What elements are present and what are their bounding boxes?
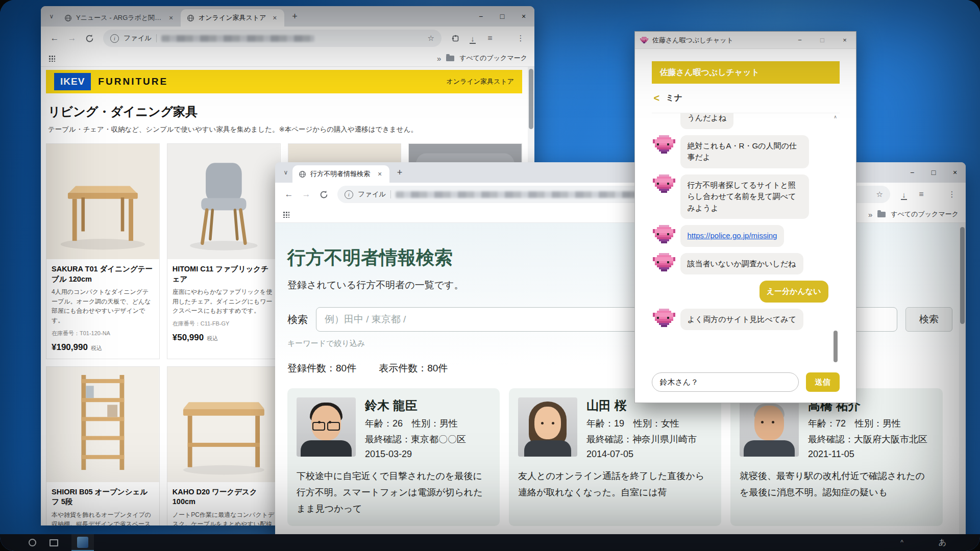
window-controls: − □ × — [789, 32, 856, 48]
back-button[interactable]: ← — [281, 187, 297, 202]
maximize-button[interactable]: □ — [811, 32, 834, 48]
product-image-shelf — [46, 367, 159, 482]
person-photo — [740, 397, 799, 457]
back-button[interactable]: ← — [47, 31, 62, 46]
downloads-icon[interactable]: ↓ — [465, 34, 480, 43]
search-button[interactable]: 検索 — [905, 307, 952, 332]
missing-persons-browser-window: ∨ 行方不明者情報検索 × + − □ × ← → i フ — [275, 162, 966, 551]
all-bookmarks-label[interactable]: すべてのブックマーク — [459, 54, 527, 63]
new-tab-button[interactable]: + — [287, 11, 302, 22]
product-description: 本や雑貨を飾れるオープンタイプの収納棚。縦長デザインで省スペース — [52, 510, 154, 525]
missing-persons-page: 行方不明者情報検索 登録されている行方不明者の一覧です。 検索 例）田中 / 東… — [275, 223, 966, 551]
product-card[interactable]: KAHO D20 ワークデスク 100cm ノートPC作業に最適なコンパクトデス… — [167, 366, 281, 526]
window-controls: − □ × — [901, 162, 966, 183]
minimize-button[interactable]: − — [470, 6, 492, 27]
menu-kebab-icon[interactable]: ⋮ — [944, 190, 960, 199]
chat-input-row: 鈴木さん？ 送信 — [652, 367, 840, 392]
tab-title: Yニュース - ARGラボと関連ニュース — [76, 13, 162, 22]
desktop: ∨ Yニュース - ARGラボと関連ニュース × オンライン家具ストア × + … — [0, 0, 980, 551]
apps-grid-icon[interactable] — [282, 211, 289, 218]
extensions-icon[interactable] — [448, 34, 463, 42]
tab-missing-persons[interactable]: 行方不明者情報検索 × — [292, 165, 389, 183]
conversation-header: < ミナ — [652, 84, 840, 113]
menu-kebab-icon[interactable]: ⋮ — [513, 34, 528, 43]
chat-scrollbar[interactable]: ∧ — [832, 114, 839, 366]
browser-toolbar: ← → i ファイル ☆ ↓ ≡ ⋮ — [275, 183, 966, 206]
person-card[interactable]: 鈴木 龍臣 年齢：26 性別：男性 最終確認：東京都〇〇区 2015-03-29… — [287, 388, 500, 526]
store-logo: IKEV — [54, 73, 91, 90]
redacted-url — [396, 191, 671, 198]
active-app-icon[interactable] — [71, 534, 94, 551]
forward-button[interactable]: → — [299, 187, 314, 202]
tab-furniture-store[interactable]: オンライン家具ストア × — [181, 9, 284, 27]
chat-app-icon — [640, 36, 648, 44]
message-input[interactable]: 鈴木さん？ — [652, 372, 799, 392]
product-tax-label: 税込 — [207, 335, 218, 342]
apps-grid-icon[interactable] — [48, 55, 55, 62]
back-button[interactable]: < — [652, 92, 660, 104]
message-bubble: うんだよね — [680, 113, 734, 129]
tray-expand-icon[interactable]: ^ — [900, 539, 903, 546]
reading-list-icon[interactable]: ≡ — [914, 190, 929, 199]
ime-indicator[interactable]: あ — [939, 538, 946, 547]
page-scrollbar[interactable] — [959, 223, 966, 551]
chat-app-header: 佐藤さん暇つぶしチャット — [652, 61, 840, 84]
minimize-button[interactable]: − — [789, 32, 811, 48]
product-card[interactable]: SAKURA T01 ダイニングテーブル 120cm 4人用のコンパクトなダイニ… — [46, 143, 160, 359]
tab-close-icon[interactable]: × — [166, 14, 176, 22]
tab-search-chevron-icon[interactable]: ∨ — [46, 13, 57, 20]
chat-link[interactable]: https://police.go.jp/missing — [688, 231, 777, 240]
product-card[interactable]: SHIORI B05 オープンシェルフ 5段 本や雑貨を飾れるオープンタイプの収… — [46, 366, 160, 526]
scrollbar-thumb[interactable] — [529, 69, 533, 129]
person-date: 2021-11-05 — [808, 449, 927, 460]
person-last-seen: 最終確認：神奈川県川崎市 — [586, 433, 697, 445]
task-view-icon[interactable] — [50, 539, 58, 546]
new-tab-button[interactable]: + — [393, 167, 407, 178]
browser-toolbar: ← → i ファイル ☆ ↓ ≡ ⋮ — [41, 27, 534, 50]
bookmark-star-icon[interactable]: ☆ — [428, 34, 434, 43]
downloads-icon[interactable]: ↓ — [896, 190, 912, 199]
tab-search-chevron-icon[interactable]: ∨ — [280, 169, 291, 176]
tab-close-icon[interactable]: × — [270, 14, 279, 22]
product-card[interactable]: HITOMI C11 ファブリックチェア 座面にやわらかなファブリックを使用した… — [167, 143, 281, 359]
scroll-up-icon[interactable]: ∧ — [832, 114, 839, 119]
maximize-button[interactable]: □ — [492, 6, 513, 27]
minimize-button[interactable]: − — [901, 162, 923, 183]
person-card[interactable]: 山田 桜 年齢：19 性別：女性 最終確認：神奈川県川崎市 2014-07-05… — [509, 388, 721, 526]
bookmarks-overflow-icon[interactable]: » — [868, 210, 872, 219]
close-button[interactable]: × — [513, 6, 534, 27]
scrollbar-thumb[interactable] — [834, 331, 838, 362]
close-button[interactable]: × — [834, 32, 856, 48]
scrollbar-thumb[interactable] — [960, 227, 965, 324]
cortana-search-icon[interactable] — [29, 539, 36, 546]
product-price: ¥190,990 — [52, 342, 88, 353]
bookmarks-overflow-icon[interactable]: » — [437, 54, 441, 63]
tab-news[interactable]: Yニュース - ARGラボと関連ニュース × — [58, 9, 181, 27]
info-icon[interactable]: i — [110, 34, 119, 43]
forward-button[interactable]: → — [64, 31, 80, 46]
reading-list-icon[interactable]: ≡ — [482, 34, 498, 43]
product-name: HITOMI C11 ファブリックチェア — [173, 264, 275, 284]
all-bookmarks-label[interactable]: すべてのブックマーク — [891, 210, 959, 219]
chat-message: 絶対これもA・R・Gの人間の仕事だよ — [653, 135, 828, 168]
contact-avatar-icon — [653, 135, 675, 156]
info-icon[interactable]: i — [345, 190, 353, 199]
maximize-button[interactable]: □ — [923, 162, 944, 183]
address-bar[interactable]: i ファイル ☆ — [103, 30, 442, 47]
message-list[interactable]: うんだよね 絶対これもA・R・Gの人間の仕事だよ 行方不明者探してるサイトと照ら… — [652, 113, 840, 367]
send-button[interactable]: 送信 — [806, 372, 840, 392]
address-scheme-label: ファイル — [358, 190, 386, 199]
chat-titlebar[interactable]: 佐藤さん暇つぶしチャット − □ × — [635, 32, 856, 49]
tab-title: 行方不明者情報検索 — [310, 169, 371, 179]
person-card[interactable]: 高橋 祐介 年齢：72 性別：男性 最終確認：大阪府大阪市北区 2021-11-… — [730, 388, 943, 526]
count-shown: 表示件数：80件 — [379, 362, 448, 375]
bookmark-star-icon[interactable]: ☆ — [876, 190, 883, 199]
message-bubble: えー分かんない — [760, 281, 828, 303]
reload-button[interactable] — [82, 31, 97, 46]
count-registered: 登録件数：80件 — [287, 362, 356, 375]
close-button[interactable]: × — [944, 162, 966, 183]
folder-icon — [877, 212, 886, 217]
reload-button[interactable] — [316, 187, 331, 202]
tab-close-icon[interactable]: × — [375, 170, 384, 178]
contact-avatar-icon — [653, 174, 675, 195]
